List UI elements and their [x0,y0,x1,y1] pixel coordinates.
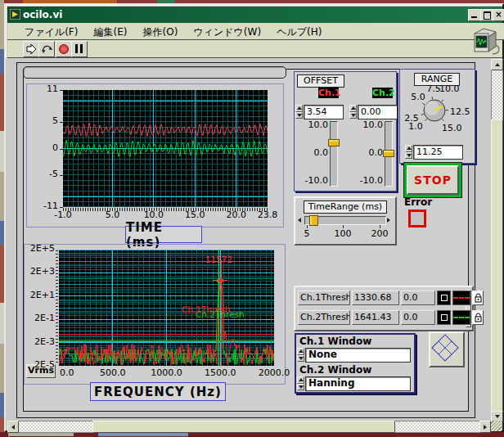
ch2-window-value: Hanning [308,377,354,389]
range-spin-up[interactable] [405,145,412,152]
title-bar[interactable]: ocilo.vi × [7,7,502,23]
freq-x-tick-label: 1500.0 [202,368,238,378]
pause-icon [75,44,78,53]
offset-slider-scale-label: 10.0 [301,120,328,130]
up-arrow-icon [495,63,500,66]
ch2-window-spinner[interactable] [297,376,304,390]
freq-axis-label: FREQUENCY (Hz) [90,382,226,401]
menu-operate[interactable]: 操作(O) [143,25,178,39]
cursor-y-value[interactable]: 0.0 [401,291,435,305]
error-label: Error [404,196,432,208]
ch1-offset-spinner[interactable] [295,105,303,119]
range-spinner[interactable] [405,145,412,159]
resize-grip[interactable] [491,421,502,431]
stop-button[interactable]: STOP [407,165,459,195]
ch2-offset-spinner[interactable] [349,105,357,119]
ch1-window-down[interactable] [297,355,304,363]
offset-panel: OFFSET Ch.1 Ch.2 3.54 0.00 10.00.0-10.01… [294,71,397,191]
cursor-line-sample[interactable] [452,291,470,305]
cursor-mover-button[interactable] [429,331,465,367]
freq-x-tick-label: 1000.0 [149,368,185,378]
toolbar [7,40,502,58]
time-y-tick-label: 5 [35,116,58,126]
ch1-spin-down[interactable] [295,112,303,119]
ch1-window-select[interactable]: None [305,348,411,363]
range-knob-label: 2.5 [402,114,421,124]
pause-button[interactable] [71,41,88,57]
abort-button[interactable] [56,41,72,57]
vertical-scrollbar[interactable] [491,59,502,421]
range-value: 11.25 [416,146,443,157]
ch1-offset-slider-thumb[interactable] [328,139,340,146]
cursor-style-button[interactable] [437,291,451,305]
ch1-offset-slider-track[interactable] [330,121,338,187]
v-scroll-up-button[interactable] [491,59,503,70]
menu-file[interactable]: ファイル(F) [25,25,78,39]
maximize-button[interactable] [480,9,493,21]
range-spin-down[interactable] [405,152,412,160]
time-y-tick-mark [60,122,63,123]
time-y-tick-mark [60,175,63,176]
cursor-x-value[interactable]: 1330.68 [352,291,399,305]
maximize-glyph [484,11,491,20]
ch1-spin-up[interactable] [295,105,303,112]
ch2-badge: Ch.2 [372,88,393,98]
time-plot-area[interactable] [63,90,268,207]
freq-y-tick-label: 2E-3 [24,337,55,347]
cursor-x-value[interactable]: 1641.43 [352,310,399,325]
cursor-lock-button[interactable] [472,310,484,325]
ch1-window-spinner[interactable] [297,348,304,362]
desktop-strip-bottom-light [8,433,74,436]
ch1-window-label: Ch.1 Window [299,336,371,347]
time-x-tick-label: 20.0 [222,210,251,220]
minimize-button[interactable] [468,9,481,21]
run-button[interactable] [23,41,39,57]
timerange-slider-thumb[interactable] [309,215,318,226]
menu-help[interactable]: ヘルプ(H) [277,25,322,39]
run-icon [25,43,38,56]
time-x-tick-label: 10.0 [139,210,169,220]
timerange-right-arrow[interactable] [387,218,390,223]
ch1-offset-value: 3.54 [307,106,327,117]
freq-plot-area[interactable]: 11572Ch.1ThreshCh.2Thresh [59,250,274,366]
menu-edit[interactable]: 編集(E) [93,25,127,39]
ch2-window-select[interactable]: Hanning [305,376,411,391]
v-scroll-thumb[interactable] [491,119,503,412]
h-scroll-left-button[interactable] [7,421,19,433]
empty-string-box[interactable] [23,66,286,79]
ch1-window-up[interactable] [297,348,304,355]
cursor-lock-button[interactable] [472,291,484,305]
horizontal-scrollbar[interactable] [7,421,489,431]
down-arrow-icon [495,415,500,418]
ch2-window-up[interactable] [297,376,304,384]
cursor-y-value[interactable]: 0.0 [401,310,435,325]
menu-window[interactable]: ウィンドウ(W) [193,25,261,39]
time-x-tick-label: 5.0 [97,210,127,220]
h-scroll-thumb[interactable] [92,421,395,433]
ch2-offset-field[interactable]: 0.00 [358,105,398,119]
time-axis-label: TIME (ms) [125,226,202,243]
abort-icon [57,43,70,56]
h-scroll-right-button[interactable] [479,421,491,433]
menu-bar: ファイル(F) 編集(E) 操作(O) ウィンドウ(W) ヘルプ(H) [7,23,504,40]
time-y-tick-label: -5 [35,169,58,179]
range-knob-label: 12.5 [450,107,470,117]
cursor-mover-diamond-icon [430,333,460,363]
timerange-title: TimeRange (ms) [304,200,387,214]
offset-slider-scale-label: 10.0 [356,120,383,130]
run-continuous-button[interactable] [38,41,55,57]
cursor-line-sample[interactable] [452,310,470,325]
ch1-offset-field[interactable]: 3.54 [304,105,344,119]
ch2-spin-down[interactable] [349,112,357,119]
range-field[interactable]: 11.25 [413,145,463,160]
left-arrow-icon [11,425,15,430]
vi-icon [10,9,20,20]
cursor-style-button[interactable] [437,310,451,325]
timerange-left-arrow[interactable] [298,218,301,223]
ch2-spin-up[interactable] [349,105,357,112]
freq-x-tick-label: 500.0 [95,368,131,378]
time-x-tick-label: 15.0 [180,210,209,220]
ch2-offset-slider-thumb[interactable] [383,150,394,157]
close-button[interactable]: × [493,9,504,21]
ch2-window-down[interactable] [297,384,304,391]
